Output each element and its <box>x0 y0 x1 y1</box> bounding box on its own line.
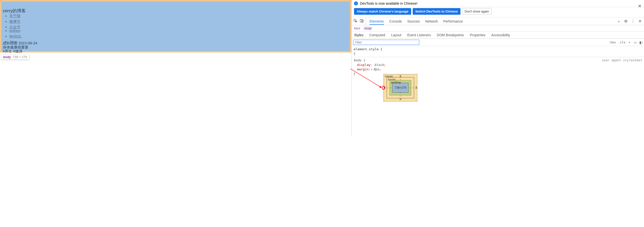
link-weibo[interactable]: 微博号 <box>9 19 20 23</box>
bm-padding-label: padding <box>391 81 400 84</box>
device-preview-icon[interactable]: ▭ <box>634 40 637 44</box>
subtab-layout[interactable]: Layout <box>391 33 401 37</box>
box-model-diagram[interactable]: margin 8 8 8 8 border – – – – padding – <box>384 74 417 101</box>
gear-icon[interactable]: ⚙ <box>624 19 628 23</box>
page-preview: cerry的博客 关于我 微博号 公众号 python MySQL Java 成… <box>0 0 352 136</box>
devtools-toolbar: Elements Console Sources Network Perform… <box>352 17 644 25</box>
link-mysql[interactable]: MySQL <box>9 34 22 38</box>
more-tabs-icon[interactable]: » <box>616 18 622 25</box>
filter-row: :hov .cls ＋ ▭ ◧ <box>352 39 644 46</box>
breadcrumb-body[interactable]: body <box>364 26 372 30</box>
styles-pane: element.style { } user agent stylesheetb… <box>352 46 644 136</box>
hov-toggle[interactable]: :hov <box>609 41 616 44</box>
highlighted-body: cerry的博客 关于我 微博号 公众号 python MySQL Java 成… <box>0 0 351 52</box>
element-style-selector[interactable]: element.style { <box>354 47 382 51</box>
language-bar: Always match Chrome's language Switch De… <box>352 7 644 17</box>
info-icon: i <box>354 1 358 5</box>
new-style-rule-icon[interactable]: ＋ <box>628 40 631 45</box>
tab-performance[interactable]: Performance <box>443 19 463 23</box>
tab-console[interactable]: Console <box>389 19 402 23</box>
tooltip-dimensions: 739 × 279 <box>13 55 27 59</box>
tab-network[interactable]: Network <box>425 19 438 23</box>
list-item: MySQL <box>9 33 22 39</box>
close-icon[interactable]: ✕ <box>638 3 642 9</box>
breadcrumb-html[interactable]: html <box>354 26 360 30</box>
close-devtools-icon[interactable]: ✕ <box>638 19 642 23</box>
match-language-button[interactable]: Always match Chrome's language <box>354 8 411 15</box>
tab-sources[interactable]: Sources <box>407 19 420 23</box>
tab-elements[interactable]: Elements <box>370 19 384 25</box>
link-about[interactable]: 关于我 <box>9 14 20 18</box>
expand-triangle-icon[interactable]: ▸ <box>371 67 373 72</box>
switch-chinese-button[interactable]: Switch DevTools to Chinese <box>413 8 460 15</box>
subtab-event-listeners[interactable]: Event Listeners <box>407 33 431 37</box>
cls-toggle[interactable]: .cls <box>618 41 625 44</box>
growlog-section: 成长日志 2022-08-24 身体健康很重要 #养生 #健身 <box>3 41 37 53</box>
bm-content-size: 739×279 <box>395 86 406 90</box>
dont-show-button[interactable]: Don't show again <box>462 8 492 15</box>
subtab-properties[interactable]: Properties <box>470 33 486 37</box>
list-item: 关于我 <box>9 13 20 19</box>
prop-display[interactable]: display <box>357 63 370 67</box>
subtab-styles[interactable]: Styles <box>354 33 363 37</box>
devtools-panel: i DevTools is now available in Chinese! … <box>352 0 644 136</box>
sidebar-toggle-icon[interactable]: ◧ <box>639 40 642 44</box>
body-selector[interactable]: body { <box>354 58 365 62</box>
subtab-accessibility[interactable]: Accessibility <box>492 33 510 37</box>
growlog-date: 成长日志 2022-08-24 <box>3 41 37 45</box>
link-python[interactable]: python <box>9 28 20 33</box>
inspector-tooltip: body 739 × 279 <box>1 54 29 60</box>
svg-rect-1 <box>360 19 362 22</box>
ua-label: user agent stylesheet <box>602 58 642 62</box>
nav-list-1: 关于我 微博号 公众号 <box>9 13 20 30</box>
info-text: DevTools is now available in Chinese! <box>360 1 417 5</box>
device-toggle-icon[interactable] <box>360 19 364 23</box>
list-item: python <box>9 28 22 33</box>
growlog-tags: #养生 #健身 <box>3 49 37 53</box>
subtab-computed[interactable]: Computed <box>369 33 385 37</box>
info-bar: i DevTools is now available in Chinese! … <box>352 0 644 7</box>
kebab-menu-icon[interactable]: ⋮ <box>631 19 635 23</box>
tooltip-tag: body <box>3 55 11 59</box>
prop-margin[interactable]: margin <box>357 67 368 71</box>
list-item: 微博号 <box>9 19 20 24</box>
subtab-dom-breakpoints[interactable]: DOM Breakpoints <box>437 33 464 37</box>
styles-subtabs: Styles Computed Layout Event Listeners D… <box>352 32 644 39</box>
elements-breadcrumb: html body <box>352 25 644 32</box>
inspect-element-icon[interactable] <box>354 19 358 23</box>
growlog-line2: 身体健康很重要 <box>3 45 37 49</box>
filter-input[interactable] <box>353 40 419 45</box>
